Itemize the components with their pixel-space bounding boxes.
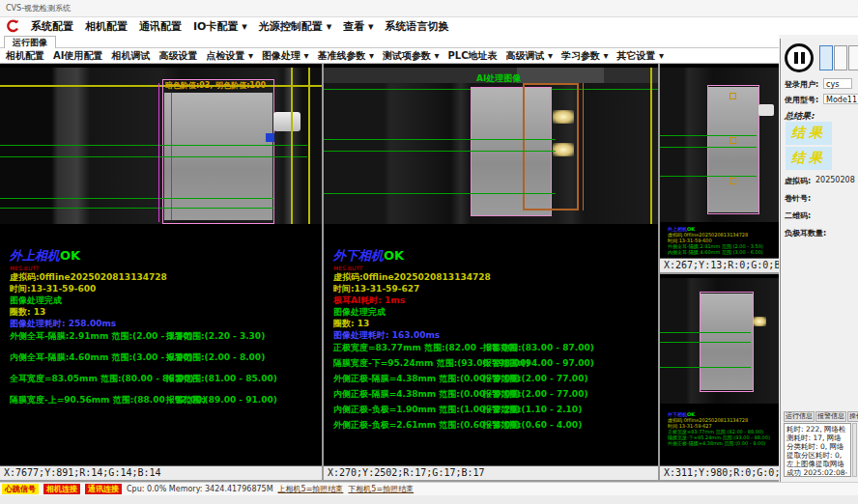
exit-button[interactable] xyxy=(848,45,858,70)
main-area: 暗色阶值:93, 明色阶值:100 外上相机OK MES:BUTT 虚拟码:0f… xyxy=(0,64,779,482)
camera-image-upper[interactable]: 暗色阶值:93, 明色阶值:100 xyxy=(0,68,322,224)
overlay-line xyxy=(583,83,584,210)
result-ok-label: OK xyxy=(384,248,404,263)
thumbnail-image-lower[interactable] xyxy=(660,278,779,404)
alarm-range: 报警范围:(83.00 - 87.00) xyxy=(483,342,594,354)
bottom-strip xyxy=(0,495,858,504)
toolbar-item-learning-params[interactable]: 学习参数 ▾ xyxy=(561,49,609,63)
upper-camera-status-link[interactable]: 上相机5=拍照结束 xyxy=(278,484,344,494)
processing-done: 图像处理完成 xyxy=(10,294,167,306)
virtual-code-label: 虚拟码: xyxy=(785,176,811,186)
camera-image-lower[interactable]: AI处理图像 xyxy=(324,68,658,224)
alarm-range: 报警范围:(2.00 - 8.00) xyxy=(166,351,265,364)
camera-title: 外下相机OK xyxy=(333,247,491,265)
app-logo-icon xyxy=(4,19,19,33)
lower-camera-status-link[interactable]: 下相机5=拍照结束 xyxy=(348,484,414,494)
log-tab-operation[interactable]: 操作信息 xyxy=(847,411,858,422)
cursor-coordinates-thumb1: X:267;Y:13;R:0;G:0;B:0 xyxy=(660,258,779,272)
connector-part xyxy=(273,112,300,131)
thumbnail-view-lower[interactable]: 外下相机OK 虚拟码:0ffline2025020813134728 时间:13… xyxy=(660,274,779,480)
processing-elapsed: 图像处理耗时: 163.00ms xyxy=(333,329,491,341)
alarm-range: 报警范围:(2.00 - 77.00) xyxy=(483,373,588,385)
overlay-line xyxy=(308,68,310,224)
overlay-line xyxy=(660,176,757,177)
camera-title: 外上相机OK xyxy=(10,247,167,265)
thumbnail-image-upper[interactable] xyxy=(660,68,779,222)
log-tab-alarm[interactable]: 报警信息 xyxy=(815,411,846,422)
alarm-range: 报警范围:(0.60 - 4.00) xyxy=(483,419,582,432)
result-ok-label: OK xyxy=(60,248,80,263)
log-output[interactable]: 耗时: 222, 网络检测耗时: 17, 网络分类耗时: 0, 网络提取分区耗时… xyxy=(784,423,851,477)
app-window: CVS-视觉检测系统 系统配置 相机配置 通讯配置 IO卡配置 ▾ 光源控制配置… xyxy=(0,0,858,504)
toolbar-item-camera-config[interactable]: 相机配置 xyxy=(6,49,44,63)
menu-item-light-config[interactable]: 光源控制配置 ▾ xyxy=(259,19,331,34)
camera-result-block: 外上相机OK MES:BUTT 虚拟码:0ffline2025020813134… xyxy=(10,247,167,329)
comm-connection-badge: 通讯连接 xyxy=(85,484,122,494)
overlay-line xyxy=(324,193,556,194)
menu-item-io-config[interactable]: IO卡配置 ▾ xyxy=(193,19,247,34)
pause-button[interactable] xyxy=(785,43,814,72)
alarm-range: 报警范围:(1.10 - 2.10) xyxy=(483,404,582,416)
menu-item-system-config[interactable]: 系统配置 xyxy=(31,19,73,34)
model-label: 使用型号: xyxy=(785,95,818,105)
negative-tab-count-label: 负极耳数量: xyxy=(785,228,826,238)
capture-time: 时间:13-31-59-600 xyxy=(10,283,167,294)
log-tab-run[interactable]: 运行信息 xyxy=(784,411,815,422)
tab-strip: 运行图像 xyxy=(0,35,779,48)
user-button[interactable] xyxy=(819,45,833,70)
toolbar-item-advanced-debug[interactable]: 高级调试 ▾ xyxy=(506,49,554,63)
capture-time: 时间:13-31-59-627 xyxy=(333,283,491,294)
menu-item-view[interactable]: 查看 ▾ xyxy=(343,19,373,34)
lap-count: 圈数: 13 xyxy=(10,306,167,318)
menu-item-comm-config[interactable]: 通讯配置 xyxy=(139,19,182,34)
overlay-line xyxy=(291,68,293,224)
overlay-line xyxy=(0,145,307,146)
ai-image-label: AI处理图像 xyxy=(476,72,521,85)
overlay-line xyxy=(324,139,556,140)
toolbar-item-plc-address[interactable]: PLC地址表 xyxy=(448,49,498,63)
camera-name: 外上相机 xyxy=(10,248,60,263)
overlay-line xyxy=(171,93,172,220)
toolbar-item-spot-check[interactable]: 点检设置 ▾ xyxy=(206,49,253,63)
mes-status: MES:BUTT xyxy=(10,265,167,271)
toolbar-item-advanced-settings[interactable]: 高级设置 xyxy=(158,49,197,63)
heartbeat-status-badge: 心跳信号 xyxy=(2,484,39,494)
model-value[interactable]: Mode11 xyxy=(823,94,858,104)
login-user-label: 登录用户: xyxy=(785,79,818,90)
virtual-code-value: 20250208 xyxy=(815,176,855,184)
thumbnail-view-upper[interactable]: 外上相机OK 虚拟码:0ffline2025020813134728 时间:13… xyxy=(660,64,779,272)
cursor-coordinates-upper: X:7677;Y:891;R:14;G:14;B:14 xyxy=(0,465,322,480)
camera-name: 外下相机 xyxy=(333,248,384,263)
menu-item-camera-config[interactable]: 相机配置 xyxy=(85,19,128,34)
camera-view-upper: 暗色阶值:93, 明色阶值:100 外上相机OK MES:BUTT 虚拟码:0f… xyxy=(0,64,322,480)
menu-item-language-switch[interactable]: 系统语言切换 xyxy=(386,19,449,34)
toolbar-item-camera-debug[interactable]: 相机调试 xyxy=(111,49,150,63)
toolbar-item-image-processing[interactable]: 图像处理 ▾ xyxy=(262,49,309,63)
log-scrollbar[interactable] xyxy=(852,423,857,477)
overlay-marker xyxy=(729,178,736,184)
toolbar-item-test-params[interactable]: 测试项参数 ▾ xyxy=(383,49,440,63)
alarm-range: 报警范围:(81.00 - 85.00) xyxy=(166,373,277,385)
toolbar-item-ai-config[interactable]: AI使用配置 xyxy=(53,49,102,63)
toolbar-item-other-settings[interactable]: 其它设置 ▾ xyxy=(617,49,665,63)
overlay-line xyxy=(660,147,757,148)
winding-pin-label: 卷针号: xyxy=(785,193,811,204)
overlay-line xyxy=(0,198,273,199)
overlay-marker xyxy=(266,133,274,142)
overlay-marker xyxy=(729,93,736,99)
camera-view-lower: AI处理图像 外下相机OK MES:BUTT 虚拟码:0ffline202502… xyxy=(324,64,658,480)
measurement-text: 内侧全耳-隔膜:4.60mm 范围:(3.00 - 6.00) xyxy=(668,249,763,255)
alarm-range: 报警范围:(94.00 - 97.00) xyxy=(483,357,594,370)
menu-bar: 系统配置 相机配置 通讯配置 IO卡配置 ▾ 光源控制配置 ▾ 查看 ▾ 系统语… xyxy=(0,17,858,35)
overlay-line xyxy=(660,135,757,136)
user-settings-button[interactable] xyxy=(834,45,847,70)
overlay-line xyxy=(158,83,159,222)
gray-level-overlay-label: 暗色阶值:93, 明色阶值:100 xyxy=(165,80,266,91)
overlay-line xyxy=(650,68,652,224)
lap-count: 圈数: 13 xyxy=(333,318,491,329)
camera-connection-badge: 相机连接 xyxy=(43,484,80,494)
tab-run-image[interactable]: 运行图像 xyxy=(4,36,56,48)
toolbar-item-baseline-params[interactable]: 基准线参数 ▾ xyxy=(318,49,375,63)
login-user-value[interactable]: cys xyxy=(823,78,852,89)
thumbnail-text-block: 外上相机OK 虚拟码:0ffline2025020813134728 时间:13… xyxy=(668,226,763,255)
